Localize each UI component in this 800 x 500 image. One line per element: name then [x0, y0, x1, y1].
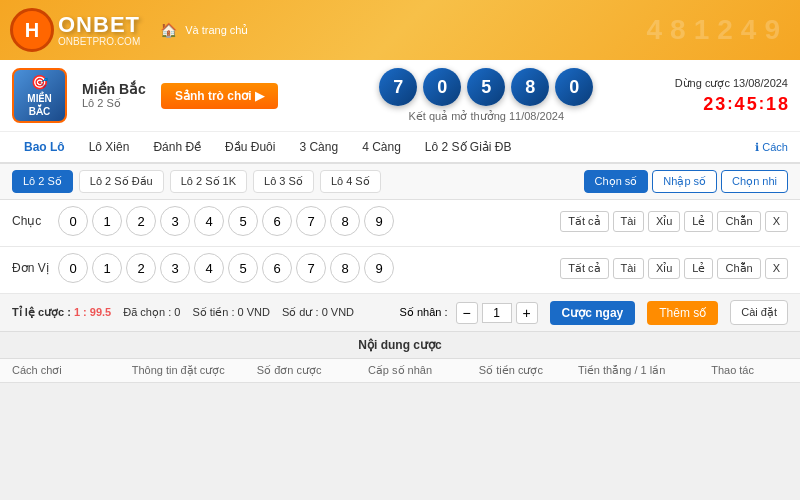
- countdown: 2 3 : 4 5 : 1 8: [703, 94, 788, 115]
- chuc-le[interactable]: Lẻ: [684, 211, 713, 232]
- bg-decoration: 48 12 49: [627, 0, 800, 60]
- dv-chan[interactable]: Chẵn: [717, 258, 760, 279]
- don-vi-section: Đơn Vị 0 1 2 3 4 5 6 7 8 9 Tất cả Tài Xỉ…: [0, 247, 800, 294]
- stop-bet-label: Dừng cược 13/08/2024: [675, 77, 788, 90]
- chuc-xiu[interactable]: Xỉu: [648, 211, 680, 232]
- chuc-7[interactable]: 7: [296, 206, 326, 236]
- game-badge: MIỀNBẮC: [27, 92, 51, 118]
- game-bar: 🎯 MIỀNBẮC Miền Bắc Lô 2 Số Sảnh trò chơi…: [0, 60, 800, 132]
- dv-tai[interactable]: Tài: [613, 258, 644, 279]
- ball-5: 0: [555, 68, 593, 106]
- ratio-label: Tỉ lệ cược : 1 : 99.5: [12, 306, 111, 319]
- cnt-5: 1: [766, 94, 776, 115]
- chuc-x[interactable]: X: [765, 211, 788, 232]
- tab-bao-lo[interactable]: Bao Lô: [12, 132, 77, 164]
- header-nav[interactable]: 🏠 Và trang chủ: [160, 22, 248, 38]
- cnt-6: 8: [778, 94, 788, 115]
- tab-danh-de[interactable]: Đánh Đề: [141, 132, 213, 164]
- multiplier-stepper: Số nhân : − +: [400, 302, 538, 324]
- chuc-chan[interactable]: Chẵn: [717, 211, 760, 232]
- logo-text-group: ONBET ONBETPRO.COM: [58, 14, 140, 47]
- step-value[interactable]: [482, 303, 512, 323]
- chuc-4[interactable]: 4: [194, 206, 224, 236]
- money-info: Số tiền : 0 VND: [192, 306, 270, 319]
- sub-tab-lo2so-dau[interactable]: Lô 2 Số Đầu: [79, 170, 164, 193]
- input-mode-group: Chọn số Nhập số Chọn nhi: [584, 170, 788, 193]
- col-thao-tac: Thao tác: [677, 364, 788, 377]
- dv-5[interactable]: 5: [228, 253, 258, 283]
- chuc-6[interactable]: 6: [262, 206, 292, 236]
- don-vi-row: Đơn Vị 0 1 2 3 4 5 6 7 8 9 Tất cả Tài Xỉ…: [12, 253, 788, 283]
- btn-nhap-so[interactable]: Nhập số: [652, 170, 717, 193]
- ball-4: 8: [511, 68, 549, 106]
- sub-tab-lo4so[interactable]: Lô 4 Số: [320, 170, 381, 193]
- content-section: Nội dung cược Cách chơi Thông tin đặt cư…: [0, 332, 800, 383]
- cnt-2: 3: [715, 94, 725, 115]
- dv-0[interactable]: 0: [58, 253, 88, 283]
- col-thong-tin: Thông tin đặt cược: [123, 364, 234, 377]
- sub-tab-lo2so-1k[interactable]: Lô 2 Số 1K: [170, 170, 247, 193]
- selected-info: Đã chọn : 0: [123, 306, 180, 319]
- dv-3[interactable]: 3: [160, 253, 190, 283]
- cnt-3: 4: [735, 94, 745, 115]
- play-button[interactable]: Sảnh trò chơi ▶: [161, 83, 278, 109]
- help-link[interactable]: ℹ Cách: [755, 141, 788, 154]
- step-plus[interactable]: +: [516, 302, 538, 324]
- dv-1[interactable]: 1: [92, 253, 122, 283]
- logo-icon: H: [10, 8, 54, 52]
- table-header: Cách chơi Thông tin đặt cược Số đơn cược…: [0, 359, 800, 383]
- step-minus[interactable]: −: [456, 302, 478, 324]
- sub-tab-lo3so[interactable]: Lô 3 Số: [253, 170, 314, 193]
- tab-lo-xien[interactable]: Lô Xiên: [77, 132, 142, 164]
- chuc-1[interactable]: 1: [92, 206, 122, 236]
- btn-chon-nhi[interactable]: Chọn nhi: [721, 170, 788, 193]
- chuc-8[interactable]: 8: [330, 206, 360, 236]
- dv-le[interactable]: Lẻ: [684, 258, 713, 279]
- brand-name: ONBET: [58, 14, 140, 36]
- chuc-quick-btns: Tất cả Tài Xỉu Lẻ Chẵn X: [560, 211, 788, 232]
- chuc-section: Chục 0 1 2 3 4 5 6 7 8 9 Tất cả Tài Xỉu …: [0, 200, 800, 247]
- chuc-all[interactable]: Tất cả: [560, 211, 608, 232]
- tab-4-cang[interactable]: 4 Càng: [350, 132, 413, 164]
- dv-x[interactable]: X: [765, 258, 788, 279]
- dv-xiu[interactable]: Xỉu: [648, 258, 680, 279]
- bet-now-button[interactable]: Cược ngay: [550, 301, 636, 325]
- col-tien-thang: Tiền thắng / 1 lần: [566, 364, 677, 377]
- logo-letter: H: [25, 19, 39, 42]
- dv-4[interactable]: 4: [194, 253, 224, 283]
- chuc-9[interactable]: 9: [364, 206, 394, 236]
- ball-2: 0: [423, 68, 461, 106]
- cnt-4: 5: [747, 94, 757, 115]
- dv-7[interactable]: 7: [296, 253, 326, 283]
- col-cap-so: Cấp số nhân: [345, 364, 456, 377]
- tab-3-cang[interactable]: 3 Càng: [287, 132, 350, 164]
- result-date: Kết quả mở thưởng 11/08/2024: [409, 110, 564, 123]
- chuc-5[interactable]: 5: [228, 206, 258, 236]
- don-vi-quick-btns: Tất cả Tài Xỉu Lẻ Chẵn X: [560, 258, 788, 279]
- btn-chon-so[interactable]: Chọn số: [584, 170, 649, 193]
- header: H ONBET ONBETPRO.COM 🏠 Và trang chủ 48 1…: [0, 0, 800, 60]
- chuc-0[interactable]: 0: [58, 206, 88, 236]
- logo[interactable]: H ONBET ONBETPRO.COM: [10, 8, 140, 52]
- tab-dau-duoi[interactable]: Đầu Đuôi: [213, 132, 287, 164]
- dv-6[interactable]: 6: [262, 253, 292, 283]
- sub-tab-lo2so[interactable]: Lô 2 Số: [12, 170, 73, 193]
- reset-button[interactable]: Cài đặt: [730, 300, 788, 325]
- chuc-3[interactable]: 3: [160, 206, 190, 236]
- dv-9[interactable]: 9: [364, 253, 394, 283]
- dv-8[interactable]: 8: [330, 253, 360, 283]
- sub-tab-row: Lô 2 Số Lô 2 Số Đầu Lô 2 Số 1K Lô 3 Số L…: [0, 164, 800, 200]
- cnt-sep2: :: [759, 95, 764, 113]
- add-number-button[interactable]: Thêm số: [647, 301, 718, 325]
- chuc-2[interactable]: 2: [126, 206, 156, 236]
- game-title: Miền Bắc: [82, 81, 146, 97]
- col-so-tien: Số tiền cược: [455, 364, 566, 377]
- dv-2[interactable]: 2: [126, 253, 156, 283]
- result-section: 7 0 5 8 0 Kết quả mở thưởng 11/08/2024: [313, 68, 660, 123]
- don-vi-numbers: 0 1 2 3 4 5 6 7 8 9: [58, 253, 544, 283]
- chuc-label: Chục: [12, 214, 52, 228]
- tab-lo2-giai-db[interactable]: Lô 2 Số Giải ĐB: [413, 132, 524, 164]
- dv-all[interactable]: Tất cả: [560, 258, 608, 279]
- chuc-tai[interactable]: Tài: [613, 211, 644, 232]
- chuc-row: Chục 0 1 2 3 4 5 6 7 8 9 Tất cả Tài Xỉu …: [12, 206, 788, 236]
